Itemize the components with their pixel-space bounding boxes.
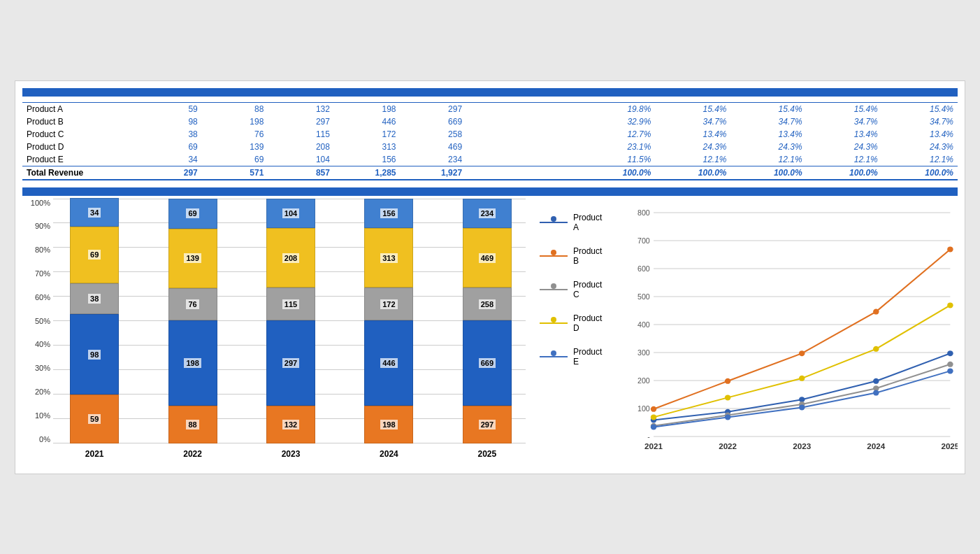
bar-segment: 258: [463, 287, 512, 320]
y-axis-label: 100%: [31, 199, 50, 207]
table-row: Product D6913920831346923.1%24.3%24.3%24…: [22, 141, 958, 153]
bar-segment: 446: [364, 320, 413, 405]
bar-chart: 0%10%20%30%40%50%60%70%80%90%100% 599838…: [22, 199, 526, 464]
bar-segment: 98: [70, 314, 119, 395]
bar-chart-inner: 5998386934202188198761396920221322971152…: [56, 199, 526, 443]
bar-segment: 88: [168, 406, 217, 443]
bar-group: 2976692584692342025: [449, 199, 526, 443]
bar-group: 8819876139692022: [154, 199, 231, 443]
svg-point-46: [873, 390, 879, 395]
svg-text:800: 800: [637, 209, 650, 217]
legend-item: Product C: [540, 280, 603, 299]
svg-point-41: [873, 346, 879, 351]
bar-segment: 297: [266, 320, 315, 405]
segment-label: 132: [282, 420, 299, 429]
bar-segment: 76: [168, 288, 217, 321]
svg-point-27: [947, 350, 953, 356]
bar-segment: 69: [70, 227, 119, 283]
bar-group: 1322971152081042023: [252, 199, 329, 443]
svg-point-38: [651, 414, 656, 420]
product-label: Product B: [22, 115, 136, 128]
bar-segment: 669: [463, 320, 512, 405]
svg-point-29: [725, 378, 730, 383]
segment-label: 198: [184, 358, 201, 368]
svg-point-47: [947, 368, 953, 374]
x-axis-label: 2022: [168, 449, 217, 459]
svg-text:100: 100: [637, 405, 650, 413]
svg-text:400: 400: [637, 321, 650, 329]
line-legend-section: Product A Product B Product C Product D …: [526, 199, 958, 467]
bar-segment: 313: [364, 228, 413, 287]
y-axis-label: 40%: [35, 340, 50, 348]
y-axis-label: 10%: [35, 411, 50, 420]
segment-label: 69: [88, 250, 101, 260]
svg-text:2024: 2024: [867, 442, 886, 450]
bar-group: 1984461723131562024: [350, 199, 427, 443]
bar-segment: 208: [266, 228, 315, 287]
bar-segment: 38: [70, 283, 119, 315]
legend-item: Product E: [540, 347, 603, 367]
product-label: Product E: [22, 153, 136, 166]
segment-label: 258: [479, 299, 496, 309]
segment-label: 313: [380, 253, 397, 263]
bar-chart-section: 0%10%20%30%40%50%60%70%80%90%100% 599838…: [22, 199, 526, 467]
product-label: Product C: [22, 128, 136, 141]
table-row: Product C387611517225812.7%13.4%13.4%13.…: [22, 128, 958, 141]
segment-label: 172: [380, 299, 397, 309]
segment-label: 69: [186, 208, 199, 218]
svg-text:500: 500: [637, 293, 650, 301]
legend-label: Product D: [573, 313, 603, 333]
svg-point-44: [725, 414, 730, 420]
x-axis-label: 2023: [266, 449, 315, 459]
legend: Product A Product B Product C Product D …: [526, 199, 617, 467]
svg-point-31: [873, 308, 879, 314]
bar-segment: 156: [364, 199, 413, 228]
legend-item: Product B: [540, 246, 603, 266]
svg-point-43: [651, 424, 656, 429]
bar-segment: 469: [463, 228, 512, 287]
legend-item: Product A: [540, 213, 603, 232]
line-chart: -100200300400500600700800202120222023202…: [617, 199, 958, 464]
legend-label: Product A: [573, 213, 603, 232]
segment-label: 669: [479, 358, 496, 368]
svg-point-37: [947, 361, 953, 367]
svg-point-40: [799, 375, 805, 381]
svg-point-30: [799, 350, 805, 356]
bar-segment: 69: [168, 199, 217, 228]
segment-label: 88: [186, 420, 199, 429]
x-axis-label: 2024: [364, 449, 413, 459]
y-axis-label: 50%: [35, 317, 50, 325]
svg-text:2021: 2021: [644, 442, 663, 450]
line-chart-wrap: -100200300400500600700800202120222023202…: [617, 199, 958, 467]
y-axis-label: 70%: [35, 269, 50, 278]
bar-group: 59983869342021: [56, 199, 133, 443]
svg-text:-: -: [647, 433, 650, 441]
revenue-table: Product A598813219829719.8%15.4%15.4%15.…: [22, 99, 958, 180]
segment-label: 139: [184, 253, 201, 263]
bar-segment: 132: [266, 406, 315, 443]
charts-section: 0%10%20%30%40%50%60%70%80%90%100% 599838…: [22, 199, 958, 467]
legend-label: Product C: [573, 280, 603, 299]
y-axis-label: 90%: [35, 222, 50, 230]
segment-label: 38: [88, 294, 101, 304]
bar-segment: 115: [266, 287, 315, 320]
bar-segment: 198: [168, 320, 217, 405]
y-axis-label: 30%: [35, 364, 50, 372]
svg-point-45: [799, 404, 805, 410]
product-label: Product D: [22, 141, 136, 153]
segment-label: 98: [88, 350, 101, 360]
segment-label: 115: [282, 299, 299, 309]
svg-point-26: [873, 378, 879, 383]
svg-text:2022: 2022: [719, 442, 737, 450]
y-axis-label: 80%: [35, 246, 50, 254]
bar-segment: 198: [364, 406, 413, 443]
product-label: Product A: [22, 102, 136, 115]
segment-label: 208: [282, 253, 299, 263]
segment-label: 297: [282, 358, 299, 368]
segment-label: 234: [479, 208, 496, 218]
legend-label: Product E: [573, 347, 603, 367]
y-axis-label: 60%: [35, 293, 50, 301]
bar-segment: 139: [168, 229, 217, 288]
svg-text:300: 300: [637, 349, 650, 357]
svg-text:600: 600: [637, 265, 650, 273]
